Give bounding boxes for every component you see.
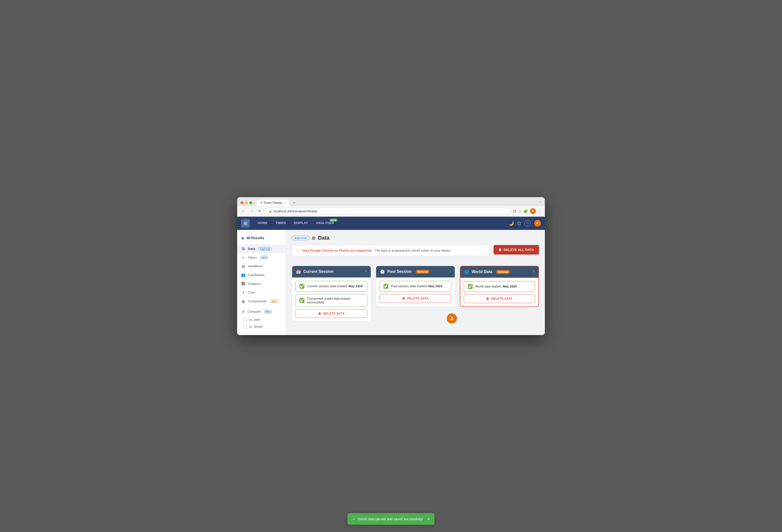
extension-icon[interactable]: 🧩 <box>523 209 528 213</box>
toast-notification: ✓ World data parsed and saved successful… <box>348 513 434 525</box>
compare-world-item[interactable]: vs. World <box>241 323 282 330</box>
past-session-help[interactable]: ? <box>449 270 451 273</box>
past-session-optional-badge: Optional <box>416 270 430 273</box>
cast-icon[interactable]: ⊡ <box>513 209 516 213</box>
compare-world-checkbox[interactable] <box>244 325 247 328</box>
page-title: Data <box>318 235 330 241</box>
window-expand[interactable]: ⌃ <box>539 201 541 204</box>
delete-all-button[interactable]: 🗑 DELETE ALL DATA <box>494 245 539 255</box>
components-badge: Beta <box>270 300 278 303</box>
sidebar-header: ◈ IB Results <box>237 234 286 244</box>
address-bar: ← → ↻ 🔒 localhost:3003/analyser/ib/data … <box>237 206 545 217</box>
world-data-delete-button[interactable]: 🗑 DELETE DATA <box>464 294 535 303</box>
nav-timer[interactable]: TIMER <box>272 217 290 230</box>
info-banner: ⓘ Only Google Chrome or Firefox are supp… <box>292 245 490 261</box>
world-data-title: World Data <box>472 270 492 274</box>
help-button[interactable]: ? <box>524 220 531 226</box>
logo-icon: ⊞ <box>244 221 247 226</box>
sidebar-title: IB Results <box>246 236 264 240</box>
sidebar-item-core[interactable]: ✦ Core <box>237 288 286 297</box>
filters-icon: ≡ <box>241 256 245 260</box>
compare-header[interactable]: ⊕ Compare New <box>241 307 282 316</box>
candidates-icon: 👥 <box>241 273 245 277</box>
compare-past-item[interactable]: vs. past <box>241 316 282 323</box>
toast-close-button[interactable]: × <box>427 517 430 521</box>
url-text: localhost:3003/analyser/ib/data <box>274 210 317 213</box>
world-data-help[interactable]: ? <box>533 270 535 274</box>
bookmark-icon[interactable]: ☆ <box>518 209 522 213</box>
minimize-dot[interactable] <box>245 201 248 204</box>
world-data-icon: 🌐 <box>464 270 469 274</box>
browser-tab[interactable]: ⊞ Exam Display × <box>257 200 289 206</box>
subjects-icon: 📚 <box>241 281 245 286</box>
browser-user-avatar[interactable]: F <box>530 208 536 214</box>
world-data-body: ✅ World data loaded: May 2024 🗑 DELETE D… <box>460 278 538 306</box>
analyser-badge: New <box>329 219 337 222</box>
toast-message: World data parsed and saved successfully… <box>358 517 423 521</box>
current-session-status-1: ✅ Current session data loaded: May 2024 <box>295 281 367 292</box>
dark-mode-button[interactable]: 🌙 <box>508 221 514 226</box>
page-data-icon: ▦ <box>312 235 316 240</box>
tab-close-button[interactable]: × <box>284 201 285 204</box>
monitor-button[interactable]: ⊡ <box>517 221 521 226</box>
components-icon: ▣ <box>241 299 245 304</box>
sidebar-item-subjects[interactable]: 📚 Subjects <box>237 279 286 288</box>
current-session-wrapper: 📅 Current Session ? ✅ Current session da… <box>292 266 371 321</box>
past-session-header: 🕐 Past Session Optional ? <box>376 266 455 277</box>
nav-home[interactable]: HOME <box>254 217 272 230</box>
world-data-status-1: ✅ World data loaded: May 2024 <box>464 281 535 292</box>
app-container: ⊞ HOME TIMER DISPLAY ANALYSER New 🌙 ⊡ ? … <box>237 217 545 335</box>
back-button[interactable]: ← <box>241 208 246 214</box>
past-session-status-1: ✅ Past session data loaded: May 2023 <box>380 281 451 292</box>
app-body: ◈ IB Results ⊞ Data Improved ≡ Filters N… <box>237 230 545 335</box>
current-session-card: 📅 Current Session ? ✅ Current session da… <box>292 266 371 321</box>
nav-analyser[interactable]: ANALYSER New <box>312 217 338 230</box>
step-badge-3: 3 <box>447 313 457 324</box>
forward-button[interactable]: → <box>249 208 255 214</box>
world-status-check-icon: ✅ <box>467 284 473 289</box>
data-badge: Improved <box>258 247 272 251</box>
compare-past-checkbox[interactable] <box>244 318 247 321</box>
page-improved-badge: Improved <box>292 236 310 240</box>
compare-icon: ⊕ <box>241 309 245 314</box>
refresh-button[interactable]: ↻ <box>257 208 262 214</box>
past-session-title: Past Session <box>387 269 412 274</box>
sidebar-item-components[interactable]: ▣ Components Beta <box>237 297 286 306</box>
current-session-help[interactable]: ? <box>365 270 367 273</box>
sidebar-logo-icon: ◈ <box>241 235 245 241</box>
data-cards-grid: 📅 Current Session ? ✅ Current session da… <box>292 266 539 321</box>
app-nav: ⊞ HOME TIMER DISPLAY ANALYSER New 🌙 ⊡ ? … <box>237 217 545 230</box>
user-avatar[interactable]: F <box>534 220 541 227</box>
page-help-icon[interactable]: ? <box>333 236 335 240</box>
current-session-delete-button[interactable]: 🗑 DELETE DATA <box>295 309 367 318</box>
tab-add-button[interactable]: + <box>293 201 295 205</box>
top-banner-actions: 🗑 DELETE ALL DATA <box>494 245 539 255</box>
current-session-body: ✅ Current session data loaded: May 2024 … <box>292 277 371 321</box>
headlines-icon: ▦ <box>241 264 245 268</box>
past-status-check-icon: ✅ <box>383 283 389 289</box>
browser-window: ⊞ Exam Display × + ⌃ ← → ↻ 🔒 localhost:3… <box>237 197 545 335</box>
world-data-header: 🌐 World Data Optional ? <box>460 266 538 278</box>
past-session-body: ✅ Past session data loaded: May 2023 🗑 D… <box>376 277 455 306</box>
close-dot[interactable] <box>241 201 244 204</box>
world-data-optional-badge: Optional <box>496 270 510 274</box>
past-session-delete-button[interactable]: 🗑 DELETE DATA <box>380 294 451 303</box>
info-red-text: Only Google Chrome or Firefox are suppor… <box>302 249 372 252</box>
browser-titlebar: ⊞ Exam Display × + ⌃ <box>237 197 545 206</box>
sidebar-item-candidates[interactable]: 👥 Candidates <box>237 271 286 279</box>
maximize-dot[interactable] <box>249 201 252 204</box>
sidebar-item-filters[interactable]: ≡ Filters New <box>237 253 286 262</box>
tab-title: Exam Display <box>264 201 282 204</box>
url-input[interactable]: 🔒 localhost:3003/analyser/ib/data <box>265 208 511 215</box>
sidebar-item-data[interactable]: ⊞ Data Improved <box>237 244 286 253</box>
compare-badge: New <box>264 310 272 313</box>
sidebar-nav: ⊞ Data Improved ≡ Filters New ▦ Headline… <box>237 244 286 306</box>
status-check-icon-1: ✅ <box>299 283 305 289</box>
nav-display[interactable]: DISPLAY <box>290 217 312 230</box>
toast-check-icon: ✓ <box>352 517 356 521</box>
past-session-icon: 🕐 <box>380 269 385 274</box>
sidebar-item-headlines[interactable]: ▦ Headlines <box>237 262 286 271</box>
current-session-title: Current Session <box>303 269 333 274</box>
menu-icon[interactable]: ⋮ <box>538 209 541 213</box>
top-banner-row: ⓘ Only Google Chrome or Firefox are supp… <box>292 245 539 261</box>
